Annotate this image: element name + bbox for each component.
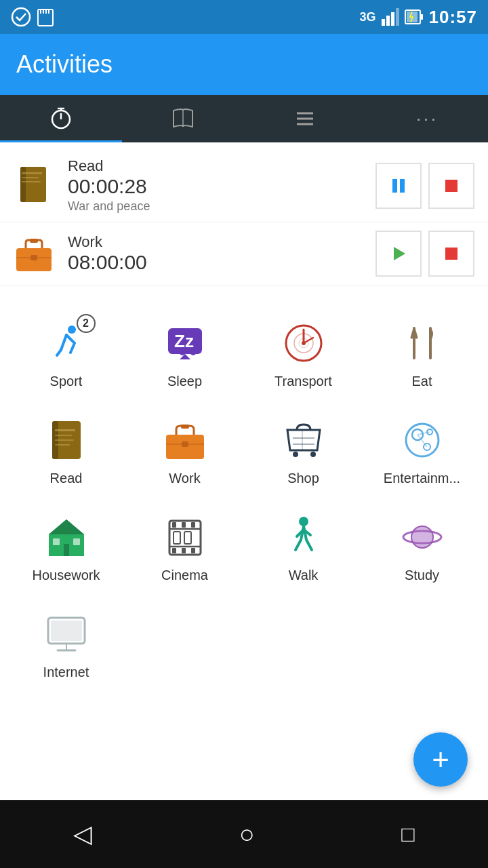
svg-rect-9 <box>396 8 399 26</box>
svg-point-88 <box>299 517 308 526</box>
back-button[interactable]: ◁ <box>73 820 92 848</box>
read-pause-button[interactable] <box>375 163 422 209</box>
work-session-controls <box>375 231 474 277</box>
svg-rect-75 <box>73 538 80 545</box>
recent-button[interactable]: □ <box>401 822 414 847</box>
work-session-time: 08:00:00 <box>68 251 375 274</box>
signal-label: 3G <box>359 10 375 24</box>
activity-sleep[interactable]: Zz Sleep <box>125 306 244 403</box>
sleep-icon: Zz <box>165 323 205 363</box>
shop-label: Shop <box>287 471 319 486</box>
read-session-icon <box>14 165 54 206</box>
sport-label: Sport <box>50 374 83 389</box>
time-display: 10:57 <box>429 7 478 28</box>
svg-rect-82 <box>172 548 176 553</box>
sd-card-icon <box>37 7 54 27</box>
svg-rect-11 <box>421 14 423 20</box>
activity-sport[interactable]: 2 Sport <box>7 306 125 403</box>
cinema-label: Cinema <box>161 568 208 583</box>
activity-cinema[interactable]: Cinema <box>125 500 244 597</box>
activity-shop[interactable]: Shop <box>244 403 363 500</box>
svg-rect-79 <box>172 522 176 528</box>
activity-walk[interactable]: Walk <box>244 500 363 597</box>
activity-read[interactable]: Read <box>7 403 125 500</box>
housework-icon-wrap <box>43 513 90 561</box>
shop-icon-wrap <box>280 416 327 464</box>
walk-label: Walk <box>289 568 319 583</box>
svg-rect-81 <box>191 522 195 528</box>
internet-icon-wrap <box>43 610 90 658</box>
status-bar: 3G 10:57 <box>0 0 488 34</box>
add-activity-fab[interactable]: + <box>413 732 468 787</box>
svg-rect-27 <box>400 179 405 193</box>
svg-marker-33 <box>394 247 405 260</box>
svg-rect-53 <box>55 435 72 436</box>
svg-rect-59 <box>182 441 188 447</box>
sleep-label: Sleep <box>167 374 202 389</box>
app-bar: Activities <box>0 34 488 95</box>
eat-icon-wrap <box>399 319 446 367</box>
tab-book[interactable] <box>122 95 244 142</box>
housework-label: Housework <box>32 568 100 583</box>
tab-list[interactable] <box>244 95 366 142</box>
activity-study[interactable]: Study <box>363 500 481 597</box>
walk-icon-wrap <box>280 513 327 561</box>
svg-rect-83 <box>182 548 186 553</box>
svg-point-0 <box>12 8 30 26</box>
activity-eat[interactable]: Eat <box>363 306 481 403</box>
book-icon <box>171 106 195 131</box>
more-dots: ··· <box>416 108 438 130</box>
housework-icon <box>46 517 87 557</box>
tab-bar: ··· <box>0 95 488 142</box>
read-stop-button[interactable] <box>428 163 474 209</box>
svg-rect-24 <box>22 177 39 178</box>
svg-rect-23 <box>22 172 42 174</box>
entertainment-label: Entertainm... <box>384 471 460 486</box>
svg-rect-34 <box>445 248 458 260</box>
sport-badge: 2 <box>77 314 96 333</box>
work-grid-icon <box>164 421 206 459</box>
cinema-icon-wrap <box>161 513 209 561</box>
work-label: Work <box>169 471 200 486</box>
work-session-name: Work <box>68 233 375 251</box>
read-label: Read <box>50 471 83 486</box>
session-work: Work 08:00:00 <box>0 222 488 285</box>
entertainment-icon-wrap <box>399 416 446 464</box>
activity-work[interactable]: Work <box>125 403 244 500</box>
read-session-time: 00:00:28 <box>68 175 375 198</box>
svg-rect-32 <box>30 255 37 260</box>
sleep-icon-wrap: Zz <box>161 319 209 367</box>
svg-rect-6 <box>382 19 385 26</box>
activity-internet[interactable]: Internet <box>7 597 125 694</box>
svg-rect-54 <box>55 439 74 441</box>
eat-label: Eat <box>411 374 432 389</box>
read-icon-wrap <box>43 416 90 464</box>
activity-transport[interactable]: Transport <box>244 306 363 403</box>
home-button[interactable]: ○ <box>239 820 255 849</box>
transport-icon-wrap <box>280 319 327 367</box>
work-play-button[interactable] <box>375 231 422 277</box>
list-icon <box>293 106 317 131</box>
battery-icon <box>405 8 424 26</box>
tab-more[interactable]: ··· <box>366 95 488 142</box>
cinema-icon <box>167 517 203 557</box>
svg-point-60 <box>293 452 298 457</box>
shop-icon <box>283 420 324 460</box>
timer-icon <box>49 106 73 130</box>
svg-rect-80 <box>182 522 186 528</box>
svg-rect-73 <box>64 544 69 556</box>
svg-rect-30 <box>30 239 38 243</box>
work-stop-button[interactable] <box>428 231 474 277</box>
svg-rect-8 <box>391 12 394 26</box>
svg-rect-52 <box>55 429 75 431</box>
svg-rect-28 <box>445 180 458 192</box>
svg-rect-86 <box>184 532 191 544</box>
svg-rect-57 <box>181 425 189 429</box>
read-session-subtitle: War and peace <box>68 199 375 214</box>
activity-entertainment[interactable]: Entertainm... <box>363 403 481 500</box>
tab-timer[interactable] <box>0 95 122 142</box>
activity-housework[interactable]: Housework <box>7 500 125 597</box>
svg-marker-72 <box>49 519 84 534</box>
read-session-controls <box>375 163 474 209</box>
check-icon <box>11 7 31 27</box>
